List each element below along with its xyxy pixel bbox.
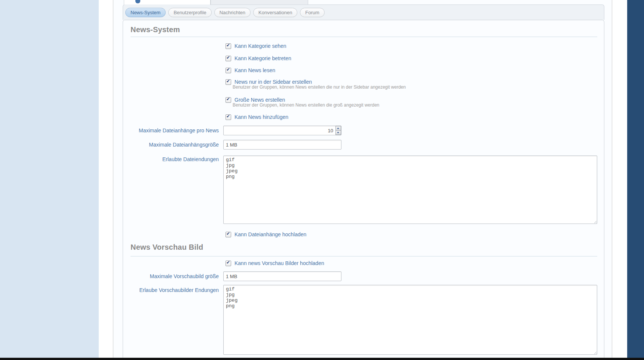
- checkbox-row: Kann Kategorie betreten: [226, 55, 291, 61]
- checkbox-description: Benutzer der Gruppen, können News erstel…: [233, 84, 406, 90]
- spinner-down-icon[interactable]: [336, 130, 341, 135]
- checkbox-row: Kann Kategorie sehen: [226, 43, 286, 49]
- checkbox-label[interactable]: Große News erstellen: [234, 97, 285, 103]
- checkbox-news-nur-sidebar[interactable]: [226, 79, 231, 85]
- checkbox-kann-news-lesen[interactable]: [226, 68, 231, 73]
- checkbox-label[interactable]: News nur in der Sidebar erstellen: [234, 79, 312, 85]
- checkbox-row: Kann News lesen: [226, 67, 275, 73]
- checkbox-label[interactable]: Kann News lesen: [234, 67, 275, 73]
- checkbox-row: News nur in der Sidebar erstellen: [226, 79, 312, 85]
- checkbox-label[interactable]: Kann Kategorie betreten: [234, 55, 291, 61]
- max-attachments-input[interactable]: [223, 126, 341, 135]
- checkbox-description: Benutzer der Gruppen, können News erstel…: [233, 102, 379, 108]
- field-label-max-preview-size: Maximale Vorschaubild größe: [123, 271, 219, 281]
- left-sidebar: [0, 0, 99, 358]
- max-attachment-size-input[interactable]: [223, 140, 341, 150]
- checkbox-label[interactable]: Kann news Vorschau Bilder hochladen: [234, 260, 324, 266]
- checkbox-kann-kategorie-sehen[interactable]: [226, 43, 231, 49]
- checkbox-grosse-news[interactable]: [226, 97, 231, 103]
- checkbox-label[interactable]: Kann Kategorie sehen: [234, 43, 286, 49]
- tab-news-system[interactable]: News-System: [125, 8, 166, 17]
- checkbox-row: Kann Dateianhänge hochladen: [226, 231, 306, 237]
- partial-tab-icon: [135, 0, 140, 3]
- partial-tab-inactive[interactable]: [211, 0, 308, 5]
- section-title-news-vorschau: News Vorschau Bild: [131, 242, 203, 252]
- tab-konversationen[interactable]: Konversationen: [253, 8, 297, 17]
- page-container: News-System Benutzerprofile Nachrichten …: [113, 0, 612, 358]
- spinner-up-icon[interactable]: [336, 126, 341, 130]
- permission-tab-bar: News-System Benutzerprofile Nachrichten …: [123, 4, 604, 20]
- tab-forum[interactable]: Forum: [300, 8, 325, 17]
- checkbox-row: Große News erstellen: [226, 97, 285, 103]
- checkbox-kann-news-hinzufuegen[interactable]: [226, 114, 231, 120]
- checkbox-kann-kategorie-betreten[interactable]: [226, 56, 231, 61]
- checkbox-label[interactable]: Kann Dateianhänge hochladen: [234, 231, 306, 237]
- allowed-extensions-textarea[interactable]: gif jpg jpeg png: [223, 156, 597, 224]
- checkbox-kann-vorschau-hochladen[interactable]: [226, 261, 231, 266]
- right-navy-bar: [627, 0, 644, 358]
- field-label-max-attachment-size: Maximale Dateianhängsgröße: [123, 140, 219, 150]
- field-label-allowed-preview-extensions: Erlaube Vorschaubilder Endungen: [123, 286, 219, 294]
- tab-benutzerprofile[interactable]: Benutzerprofile: [168, 8, 211, 17]
- field-label-max-attachments: Maximale Dateianhänge pro News: [123, 126, 219, 135]
- number-spinner: [335, 126, 341, 135]
- checkbox-label[interactable]: Kann News hinzufügen: [234, 114, 288, 120]
- partial-tab-active[interactable]: [124, 0, 211, 5]
- checkbox-kann-dateianhaenge-hochladen[interactable]: [226, 232, 231, 237]
- checkbox-row: Kann News hinzufügen: [226, 114, 288, 120]
- allowed-preview-extensions-textarea[interactable]: gif jpg jpeg png: [223, 285, 597, 355]
- news-system-form: News-System Kann Kategorie sehen Kann Ka…: [123, 20, 604, 358]
- section-title-news-system: News-System: [131, 25, 180, 34]
- section-divider: [131, 37, 597, 37]
- checkbox-row: Kann news Vorschau Bilder hochladen: [226, 260, 324, 266]
- field-label-allowed-extensions: Erlaubte Dateiendungen: [123, 156, 219, 163]
- bottom-edge-strip: [0, 358, 644, 360]
- max-preview-size-input[interactable]: [223, 271, 341, 281]
- section-divider: [131, 256, 597, 256]
- tab-nachrichten[interactable]: Nachrichten: [214, 8, 251, 17]
